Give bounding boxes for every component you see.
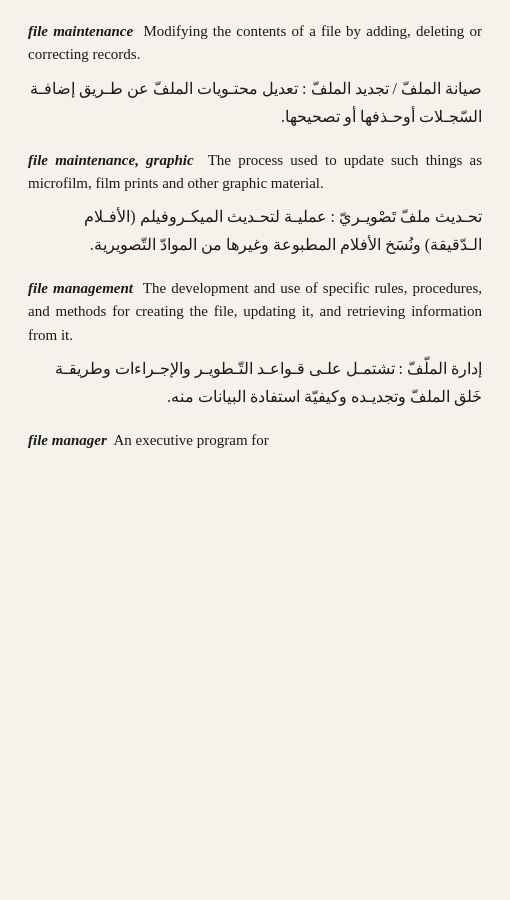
term-file-manager: file manager [28, 432, 107, 448]
term-file-maintenance-graphic: file maintenance, graphic [28, 152, 194, 168]
entry-file-manager-definition: An executive program for [113, 432, 268, 448]
entry-file-maintenance-graphic-english: file maintenance, graphic The process us… [28, 149, 482, 196]
entry-file-maintenance: file maintenance Modifying the contents … [28, 20, 482, 131]
entry-file-manager-english: file manager An executive program for [28, 429, 482, 452]
entry-file-maintenance-arabic: صيانة الملفّ / تجديد الملفّ : تعديل محتـ… [28, 75, 482, 131]
entry-file-maintenance-graphic: file maintenance, graphic The process us… [28, 149, 482, 260]
entry-file-maintenance-english: file maintenance Modifying the contents … [28, 20, 482, 67]
entry-file-management-english: file management The development and use … [28, 277, 482, 347]
page-content: file maintenance Modifying the contents … [28, 20, 482, 452]
term-file-management: file management [28, 280, 133, 296]
entry-file-manager: file manager An executive program for [28, 429, 482, 452]
term-file-maintenance: file maintenance [28, 23, 133, 39]
entry-file-maintenance-graphic-arabic: تحـديث ملفّ تَصْويـريّ : عمليـة لتحـديث … [28, 203, 482, 259]
entry-file-management: file management The development and use … [28, 277, 482, 411]
entry-file-management-arabic: إدارة الملّفّ : تشتمـل علـى قـواعـد التّ… [28, 355, 482, 411]
